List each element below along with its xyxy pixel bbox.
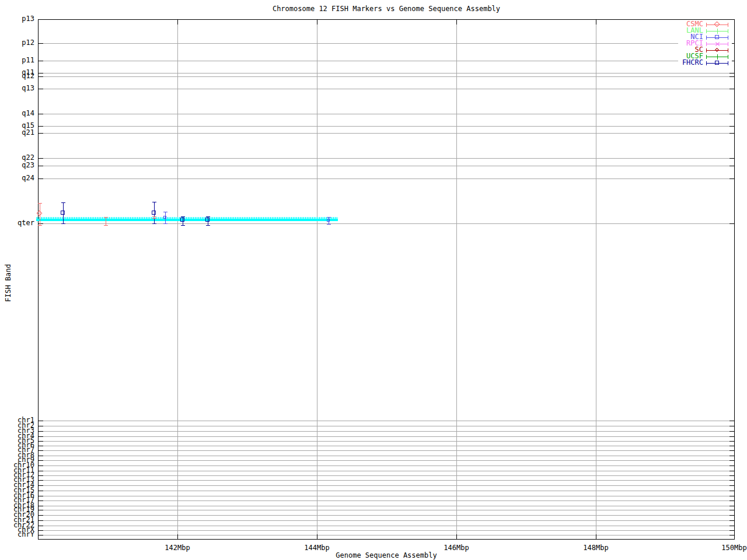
y-tick-left (39, 73, 43, 74)
y-tick-left (39, 436, 43, 437)
y-tick-left (39, 421, 43, 421)
y-tick-right (729, 178, 734, 179)
y-tick-left (39, 501, 43, 501)
y-tick-left (39, 510, 43, 510)
x-tick-top (177, 20, 178, 24)
band-label-q13: q13 (0, 85, 34, 92)
x-tick-label: 146Mbp (435, 544, 477, 552)
legend-sample-cap (706, 29, 707, 33)
square-marker (61, 211, 65, 215)
band-label-p11: p11 (0, 57, 34, 64)
legend-sample-cap (728, 36, 728, 40)
band-label-q21: q21 (0, 129, 34, 136)
y-tick-right (729, 526, 734, 526)
x-tick-top (456, 20, 457, 24)
y-tick-left (39, 76, 43, 77)
error-bar-cap (206, 225, 210, 226)
error-bar-cap (152, 216, 156, 217)
square-marker (205, 218, 210, 222)
legend-sample-cap (728, 23, 728, 27)
tick-marker (717, 29, 718, 34)
y-tick-right (729, 133, 734, 134)
y-tick-right (729, 446, 734, 446)
y-tick-right (729, 480, 734, 481)
y-tick-right (729, 114, 734, 114)
y-tick-right (729, 471, 734, 471)
y-tick-right (729, 426, 734, 426)
square-small-marker (163, 216, 166, 219)
legend-label-fhcrc: FHCRC (645, 59, 703, 66)
y-tick-right (729, 89, 734, 89)
y-tick-left (39, 485, 43, 486)
error-bar-cap (61, 202, 65, 203)
legend-sample-cap (706, 55, 707, 59)
y-tick-right (729, 510, 734, 510)
y-tick-left (39, 466, 43, 466)
error-bar-cap (181, 225, 185, 226)
y-tick-right (729, 76, 734, 77)
consensus-band (36, 219, 338, 221)
y-tick-right (729, 158, 734, 159)
legend-sample-cap (706, 36, 707, 40)
x-tick-top (734, 20, 735, 24)
error-bar-cap (152, 218, 156, 219)
x-tick-bottom (734, 534, 735, 539)
y-tick-right (729, 506, 734, 506)
error-bar-cap (61, 223, 65, 224)
error-bar-cap (104, 225, 108, 226)
y-tick-left (39, 515, 43, 516)
y-tick-left (39, 506, 43, 506)
y-tick-right (729, 520, 734, 521)
y-tick-right (729, 475, 734, 476)
y-tick-right (729, 515, 734, 516)
y-tick-left (39, 450, 43, 451)
y-tick-right (729, 530, 734, 531)
y-tick-right (729, 460, 734, 461)
x-tick-bottom (177, 534, 178, 539)
x-tick-bottom (317, 534, 317, 539)
y-tick-right (729, 421, 734, 421)
y-tick-right (729, 485, 734, 486)
y-tick-left (39, 166, 43, 166)
y-tick-right (729, 223, 734, 224)
square-marker (152, 211, 156, 215)
y-tick-right (729, 496, 734, 496)
x-tick-top (596, 20, 596, 24)
y-tick-right (729, 166, 734, 166)
error-bar-cap (38, 225, 42, 226)
y-tick-left (39, 491, 43, 491)
error-bar-cap (163, 223, 167, 224)
y-tick-right (729, 19, 734, 20)
error-bar-cap (206, 216, 210, 217)
plus-marker (717, 54, 718, 60)
x-tick-bottom (456, 534, 457, 539)
y-tick-right (729, 73, 734, 74)
y-tick-right (729, 491, 734, 491)
chromosome-label-chrY: chrY (0, 531, 34, 538)
y-tick-left (39, 89, 43, 89)
error-bar-cap (327, 217, 331, 218)
y-tick-left (39, 496, 43, 496)
y-tick-left (39, 19, 43, 20)
error-bar-cap (152, 202, 156, 202)
legend-sample-cap (728, 42, 728, 46)
y-tick-right (729, 436, 734, 437)
error-bar-cap (181, 216, 185, 217)
y-tick-left (39, 431, 43, 432)
square-marker (715, 35, 719, 39)
y-tick-left (39, 126, 43, 127)
y-tick-left (39, 133, 43, 134)
legend-sample-cap (706, 42, 707, 46)
legend-sample-cap (728, 61, 728, 65)
y-tick-right (729, 450, 734, 451)
y-tick-left (39, 446, 43, 446)
y-tick-left (39, 535, 43, 536)
y-tick-left (39, 526, 43, 526)
band-label-q12: q12 (0, 72, 34, 80)
y-tick-left (39, 475, 43, 476)
y-tick-left (39, 158, 43, 159)
band-label-q24: q24 (0, 174, 34, 182)
band-label-p12: p12 (0, 39, 34, 47)
legend-sample-cap (706, 48, 707, 52)
legend-sample-cap (706, 23, 707, 27)
